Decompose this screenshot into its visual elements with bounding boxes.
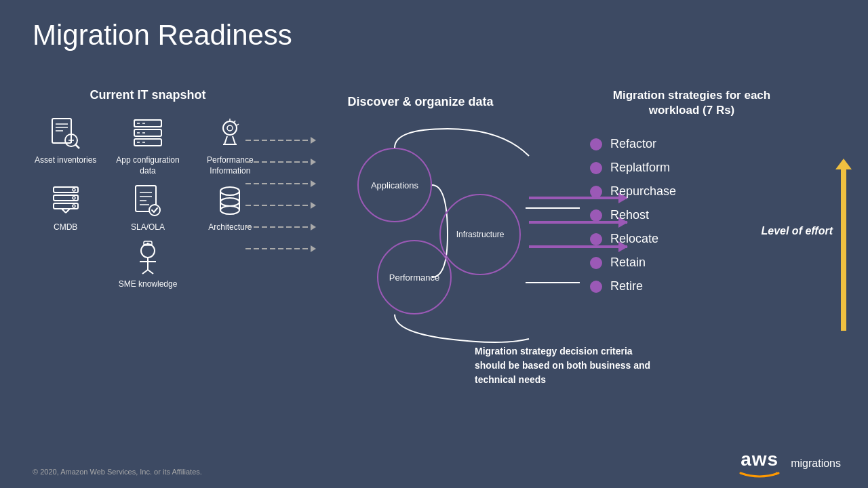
label-relocate: Relocate: [610, 232, 658, 246]
label-asset-inventories: Asset inventories: [35, 155, 96, 166]
bubble-applications: Applications: [357, 148, 432, 222]
svg-rect-26: [54, 187, 78, 192]
dot-rehost: [590, 209, 602, 222]
svg-point-18: [223, 121, 237, 135]
svg-point-39: [149, 205, 160, 216]
label-rehost: Rehost: [610, 208, 649, 222]
migration-note: Migration strategy decision criteria sho…: [475, 344, 651, 387]
svg-point-31: [73, 205, 75, 207]
current-it-header: Current IT snapshot: [19, 88, 277, 102]
label-app-config: App configuration data: [108, 155, 187, 176]
level-effort-label: Level of effort: [762, 224, 833, 239]
svg-point-46: [220, 206, 239, 214]
aws-brand: aws: [739, 449, 780, 479]
footer-text: © 2020, Amazon Web Services, Inc. or its…: [33, 468, 202, 476]
dot-replatform: [590, 162, 602, 174]
svg-line-5: [75, 144, 79, 148]
current-it-section: Current IT snapshot Asset inventories: [19, 88, 277, 289]
level-effort-container: [841, 168, 846, 331]
label-replatform: Replatform: [610, 161, 670, 175]
strategy-rehost: Rehost: [590, 208, 793, 222]
label-sla-ola: SLA/OLA: [131, 222, 165, 233]
strategies-section: Migration strategies for each workload (…: [590, 88, 793, 303]
bubble-performance: Performance: [377, 240, 452, 314]
svg-line-20: [224, 136, 227, 144]
strategy-repurchase: Repurchase: [590, 184, 793, 199]
strategy-list: Refactor Replatform Repurchase Rehost Re…: [590, 137, 793, 293]
label-retire: Retire: [610, 279, 643, 293]
label-refactor: Refactor: [610, 137, 656, 151]
icon-app-config: App configuration data: [108, 116, 187, 176]
dashed-arrows: [245, 133, 368, 256]
bubble-infrastructure: Infrastructure: [439, 194, 521, 275]
strategies-header: Migration strategies for each workload (…: [590, 88, 793, 118]
svg-rect-27: [54, 195, 78, 201]
label-repurchase: Repurchase: [610, 184, 676, 199]
dot-relocate: [590, 233, 602, 245]
svg-rect-28: [54, 203, 78, 209]
aws-service: migrations: [791, 458, 841, 470]
svg-point-29: [73, 188, 75, 191]
aws-logo: aws migrations: [739, 449, 841, 479]
svg-point-40: [220, 187, 239, 195]
dot-retain: [590, 257, 602, 269]
label-retain: Retain: [610, 256, 646, 270]
strategy-retain: Retain: [590, 256, 793, 270]
svg-point-19: [227, 125, 233, 131]
icon-asset-inventories: Asset inventories: [26, 116, 105, 176]
dot-repurchase: [590, 186, 602, 198]
svg-line-25: [237, 124, 239, 125]
dot-refactor: [590, 138, 602, 150]
label-cmdb: CMDB: [54, 222, 77, 233]
effort-arrow-bar: [841, 168, 846, 331]
page-title: Migration Readiness: [33, 19, 292, 52]
svg-point-43: [220, 198, 239, 206]
discover-header: Discover & organize data: [305, 95, 536, 109]
icon-sla-ola: SLA/OLA: [108, 183, 187, 233]
white-line-top: [526, 207, 580, 209]
label-sme-knowledge: SME knowledge: [119, 279, 178, 290]
white-line-bottom: [526, 281, 580, 284]
effort-arrow-head: [835, 159, 852, 169]
svg-point-47: [141, 244, 155, 258]
svg-point-30: [73, 197, 75, 199]
aws-smile-icon: [739, 470, 780, 479]
svg-line-24: [234, 121, 235, 123]
icon-cmdb: CMDB: [26, 183, 105, 233]
svg-line-21: [233, 136, 235, 144]
dot-retire: [590, 281, 602, 293]
strategy-replatform: Replatform: [590, 161, 793, 175]
strategy-retire: Retire: [590, 279, 793, 293]
icon-sme-knowledge: SME knowledge: [108, 240, 187, 290]
strategy-refactor: Refactor: [590, 137, 793, 151]
aws-text: aws: [741, 449, 778, 470]
icons-grid: Asset inventories App configuration data: [19, 116, 277, 289]
